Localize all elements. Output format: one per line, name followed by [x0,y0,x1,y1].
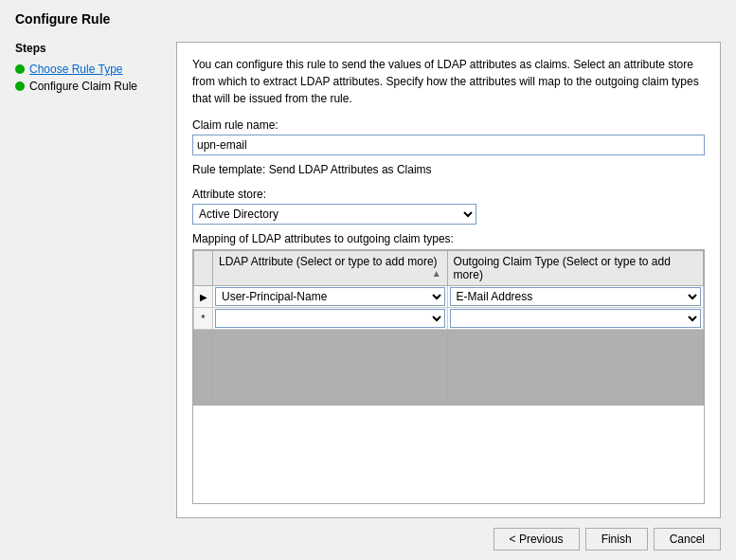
attribute-store-label: Attribute store: [192,188,705,201]
attribute-store-section: Attribute store: Active Directory [192,188,705,225]
row-1-ldap-select[interactable]: User-Principal-Name [215,287,445,306]
row-2-outgoing-cell [447,308,703,330]
claim-rule-name-input[interactable] [192,135,705,155]
step-item-choose-rule-type[interactable]: Choose Rule Type [15,63,167,76]
finish-button[interactable]: Finish [585,528,648,551]
dialog-footer: < Previous Finish Cancel [15,518,721,551]
table-row-1: ▶ User-Principal-Name E-Mail Address [194,286,704,308]
step-dot-2 [15,81,25,91]
row-2-indicator: * [194,308,213,330]
mapping-section: Mapping of LDAP attributes to outgoing c… [192,232,705,504]
rule-template-text: Rule template: Send LDAP Attributes as C… [192,163,705,176]
empty-cell-ldap [213,330,448,406]
attribute-store-dropdown[interactable]: Active Directory [192,204,476,225]
step-dot-1 [15,64,25,74]
row-2-ldap-select[interactable] [215,309,445,328]
empty-cell-indicator [194,330,213,406]
row-1-outgoing-select[interactable]: E-Mail Address [450,287,701,306]
row-1-indicator: ▶ [194,286,213,308]
col-header-outgoing: Outgoing Claim Type (Select or type to a… [447,251,703,286]
content-panel: You can configure this rule to send the … [176,42,721,518]
previous-button[interactable]: < Previous [494,528,580,551]
steps-title: Steps [15,42,167,55]
step-item-configure-claim-rule: Configure Claim Rule [15,80,167,93]
step-label-configure-claim-rule: Configure Claim Rule [29,80,137,93]
claim-rule-name-section: Claim rule name: [192,118,705,155]
configure-rule-dialog: Configure Rule Steps Choose Rule Type Co… [0,0,736,560]
dialog-title: Configure Rule [15,11,721,32]
mapping-table: LDAP Attribute (Select or type to add mo… [193,250,704,406]
row-2-outgoing-select[interactable] [450,309,701,328]
step-label-choose-rule-type[interactable]: Choose Rule Type [29,63,123,76]
mapping-table-container: LDAP Attribute (Select or type to add mo… [192,249,705,504]
col-header-arrow [194,251,213,286]
steps-panel: Steps Choose Rule Type Configure Claim R… [15,42,176,518]
description-text: You can configure this rule to send the … [192,56,705,107]
claim-rule-name-label: Claim rule name: [192,118,705,132]
dialog-body: Steps Choose Rule Type Configure Claim R… [15,42,721,518]
row-2-ldap-cell [213,308,448,330]
empty-cell-outgoing [447,330,703,406]
row-1-ldap-cell: User-Principal-Name [213,286,448,308]
sort-icon: ▲ [432,268,441,279]
table-row-2: * [194,308,704,330]
table-empty-row [194,330,704,406]
row-1-outgoing-cell: E-Mail Address [447,286,703,308]
col-header-ldap: LDAP Attribute (Select or type to add mo… [213,251,448,286]
mapping-label: Mapping of LDAP attributes to outgoing c… [192,232,705,245]
cancel-button[interactable]: Cancel [654,528,721,551]
